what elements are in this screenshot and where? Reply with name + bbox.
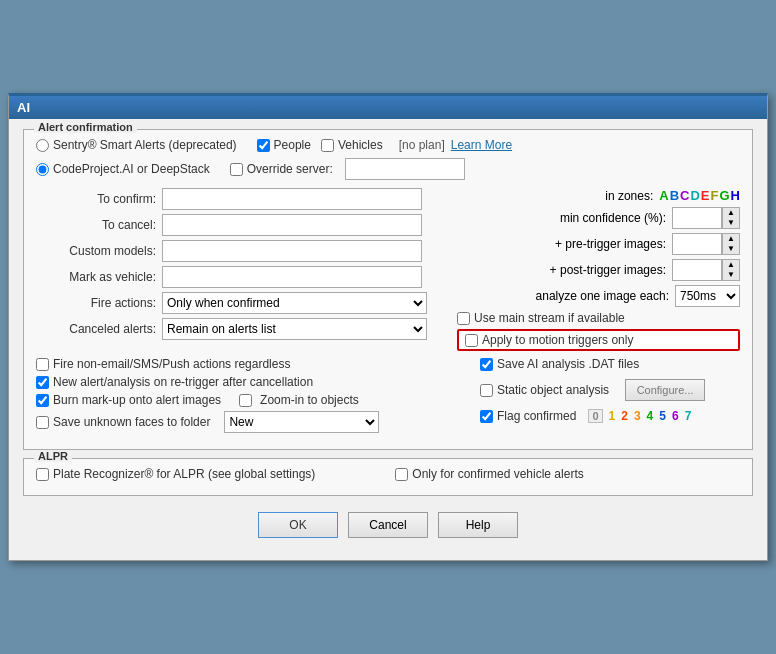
save-ai-checkbox[interactable] [480, 358, 493, 371]
fire-non-email-label: Fire non-email/SMS/Push actions regardle… [53, 357, 290, 371]
flag-3[interactable]: 3 [634, 409, 641, 423]
flag-0[interactable]: 0 [588, 409, 602, 423]
burn-markup-label: Burn mark-up onto alert images [53, 393, 221, 407]
flag-confirmed-checkbox[interactable] [480, 410, 493, 423]
custom-models-label: Custom models: [36, 244, 156, 258]
to-cancel-input[interactable] [162, 214, 422, 236]
use-main-stream-label: Use main stream if available [474, 311, 625, 325]
no-plan-badge: [no plan] [399, 138, 445, 152]
zone-h[interactable]: H [731, 188, 740, 203]
apply-motion-highlight: Apply to motion triggers only [457, 329, 740, 351]
analyze-select[interactable]: 750ms 500ms 1000ms 1500ms [675, 285, 740, 307]
use-main-stream-checkbox[interactable] [457, 312, 470, 325]
burn-markup-checkbox[interactable] [36, 394, 49, 407]
min-confidence-label: min confidence (%): [560, 211, 666, 225]
dialog-title: AI [17, 100, 30, 115]
post-trigger-up[interactable]: ▲ [723, 260, 739, 270]
pre-trigger-down[interactable]: ▼ [723, 244, 739, 254]
pre-trigger-up[interactable]: ▲ [723, 234, 739, 244]
plate-recognizer-checkbox[interactable] [36, 468, 49, 481]
plate-recognizer-label: Plate Recognizer® for ALPR (see global s… [53, 467, 315, 481]
ai-dialog: AI Alert confirmation Sentry® Smart Aler… [8, 93, 768, 561]
to-confirm-input[interactable]: person,car,truck,bus,bicycle [162, 188, 422, 210]
ok-button[interactable]: OK [258, 512, 338, 538]
title-bar: AI [9, 96, 767, 119]
cancel-button[interactable]: Cancel [348, 512, 428, 538]
zone-a[interactable]: A [659, 188, 668, 203]
people-checkbox[interactable] [257, 139, 270, 152]
apply-motion-label: Apply to motion triggers only [482, 333, 633, 347]
alpr-section: ALPR Plate Recognizer® for ALPR (see glo… [23, 458, 753, 496]
alpr-label: ALPR [34, 450, 72, 462]
sentry-radio[interactable] [36, 139, 49, 152]
flag-confirmed-label: Flag confirmed [497, 409, 576, 423]
zone-e[interactable]: E [701, 188, 710, 203]
mark-as-vehicle-input[interactable]: car,truck,bus,vehicle [162, 266, 422, 288]
static-object-label: Static object analysis [497, 383, 609, 397]
fire-actions-select[interactable]: Only when confirmed Always Never [162, 292, 427, 314]
canceled-alerts-select[interactable]: Remain on alerts list Move to cancelled … [162, 318, 427, 340]
zone-c[interactable]: C [680, 188, 689, 203]
vehicles-label: Vehicles [338, 138, 383, 152]
save-ai-label: Save AI analysis .DAT files [497, 357, 639, 371]
only-confirmed-label: Only for confirmed vehicle alerts [412, 467, 583, 481]
fire-non-email-checkbox[interactable] [36, 358, 49, 371]
min-confidence-down[interactable]: ▼ [723, 218, 739, 228]
post-trigger-input[interactable]: 10 [672, 259, 722, 281]
static-object-checkbox[interactable] [480, 384, 493, 397]
zoom-in-checkbox[interactable] [239, 394, 252, 407]
flag-1[interactable]: 1 [609, 409, 616, 423]
server-input[interactable]: 127.0.0.1:82 [345, 158, 465, 180]
learn-more-link[interactable]: Learn More [451, 138, 512, 152]
zoom-in-label: Zoom-in to objects [260, 393, 359, 407]
configure-button[interactable]: Configure... [625, 379, 705, 401]
override-checkbox[interactable] [230, 163, 243, 176]
zones-label: in zones: [605, 189, 653, 203]
min-confidence-input[interactable]: 50 [672, 207, 722, 229]
flag-7[interactable]: 7 [685, 409, 692, 423]
override-label: Override server: [247, 162, 333, 176]
zone-f[interactable]: F [711, 188, 719, 203]
folder-select[interactable]: New [224, 411, 379, 433]
codeproject-radio[interactable] [36, 163, 49, 176]
alert-confirmation-section: Alert confirmation Sentry® Smart Alerts … [23, 129, 753, 450]
save-unknown-label: Save unknown faces to folder [53, 415, 210, 429]
min-confidence-spinner[interactable]: ▲ ▼ [722, 207, 740, 229]
to-confirm-label: To confirm: [36, 192, 156, 206]
zone-g[interactable]: G [719, 188, 729, 203]
section-label: Alert confirmation [34, 121, 137, 133]
flag-4[interactable]: 4 [647, 409, 654, 423]
help-button[interactable]: Help [438, 512, 518, 538]
codeproject-label: CodeProject.AI or DeepStack [53, 162, 210, 176]
to-cancel-label: To cancel: [36, 218, 156, 232]
sentry-label: Sentry® Smart Alerts (deprecated) [53, 138, 237, 152]
post-trigger-label: + post-trigger images: [550, 263, 666, 277]
zone-letters: A B C D E F G H [659, 188, 740, 203]
post-trigger-down[interactable]: ▼ [723, 270, 739, 280]
pre-trigger-spinner[interactable]: ▲ ▼ [722, 233, 740, 255]
flag-6[interactable]: 6 [672, 409, 679, 423]
only-confirmed-checkbox[interactable] [395, 468, 408, 481]
mark-as-vehicle-label: Mark as vehicle: [36, 270, 156, 284]
pre-trigger-input[interactable]: 1 [672, 233, 722, 255]
people-label: People [274, 138, 311, 152]
save-unknown-checkbox[interactable] [36, 416, 49, 429]
vehicles-checkbox[interactable] [321, 139, 334, 152]
fire-actions-label: Fire actions: [36, 296, 156, 310]
zone-d[interactable]: D [690, 188, 699, 203]
apply-motion-checkbox[interactable] [465, 334, 478, 347]
flag-5[interactable]: 5 [659, 409, 666, 423]
post-trigger-spinner[interactable]: ▲ ▼ [722, 259, 740, 281]
min-confidence-up[interactable]: ▲ [723, 208, 739, 218]
analyze-label: analyze one image each: [536, 289, 669, 303]
new-alert-checkbox[interactable] [36, 376, 49, 389]
zone-b[interactable]: B [670, 188, 679, 203]
canceled-alerts-label: Canceled alerts: [36, 322, 156, 336]
pre-trigger-label: + pre-trigger images: [555, 237, 666, 251]
flag-2[interactable]: 2 [621, 409, 628, 423]
custom-models-input[interactable] [162, 240, 422, 262]
new-alert-label: New alert/analysis on re-trigger after c… [53, 375, 313, 389]
